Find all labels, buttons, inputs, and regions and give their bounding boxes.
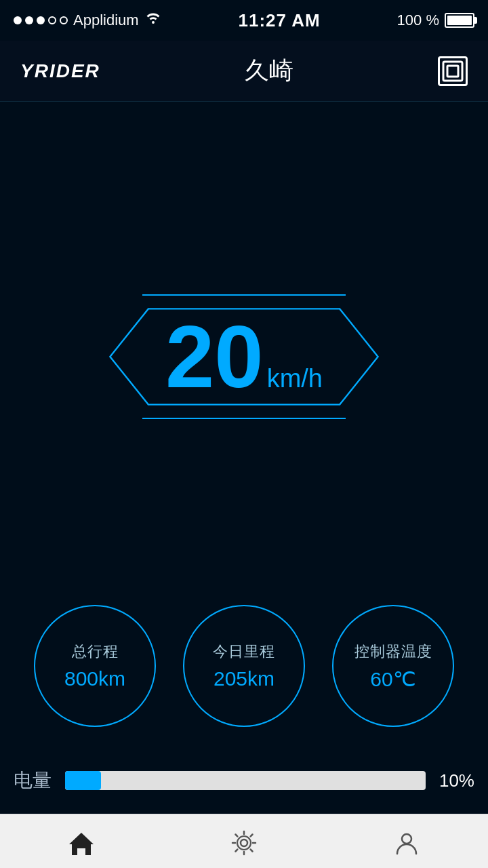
svg-point-6 [402,834,411,844]
speed-bottom-line [142,418,346,419]
fullscreen-button[interactable] [438,56,468,86]
status-time: 11:27 AM [239,10,321,31]
svg-rect-1 [447,66,458,77]
speed-display: 20 km/h [165,313,323,401]
brand-name: 久崎 [245,54,293,87]
signal-dots [14,16,68,24]
signal-dot-4 [48,16,56,24]
nav-item-settings[interactable]: 功能设置 [163,829,325,868]
status-right: 100 % [397,12,474,29]
battery-percent-text: 100 % [397,12,439,29]
stat-circle-total-distance: 总行程 800km [34,605,156,727]
stat-label-0: 总行程 [72,642,119,662]
stat-label-1: 今日里程 [213,642,275,662]
main-content: 20 km/h 总行程 800km 今日里程 205km 控制器温度 60℃ 电… [0,102,488,814]
status-bar: Applidium 11:27 AM 100 % [0,0,488,41]
stat-value-1: 205km [214,667,274,690]
signal-dot-3 [37,16,45,24]
settings-icon [230,829,258,863]
app-header: YRIDER 久崎 [0,41,488,102]
signal-dot-1 [14,16,22,24]
status-left: Applidium [14,12,162,29]
speed-unit: km/h [267,364,323,393]
battery-bar-container [65,771,426,790]
nav-item-home[interactable]: 首页 [0,829,163,868]
stat-value-2: 60℃ [370,667,415,691]
stat-label-2: 控制器温度 [354,642,432,662]
svg-point-4 [241,840,247,846]
battery-fill [447,16,472,25]
battery-label: 电量 [14,768,52,793]
svg-point-5 [237,836,251,850]
hex-wrapper: 20 km/h [102,296,386,418]
stat-circle-temperature: 控制器温度 60℃ [332,605,454,727]
speedometer-section: 20 km/h [102,102,386,585]
battery-percent-display: 10% [439,770,474,791]
svg-marker-3 [69,833,94,855]
svg-rect-0 [443,62,462,81]
wifi-icon [144,12,162,29]
logo: YRIDER [20,60,100,82]
stats-section: 总行程 800km 今日里程 205km 控制器温度 60℃ [34,585,454,754]
speed-container: 20 km/h [102,294,386,419]
speed-value: 20 [165,313,264,401]
battery-box [445,13,474,28]
battery-bar-fill [65,771,101,790]
signal-dot-5 [60,16,68,24]
home-icon [68,829,95,863]
carrier-name: Applidium [73,12,139,29]
signal-dot-2 [25,16,33,24]
battery-indicator [445,13,474,28]
bottom-nav: 首页 功能设置 我的 [0,814,488,868]
battery-section: 电量 10% [14,754,474,814]
profile-icon [393,829,420,863]
stat-circle-today-distance: 今日里程 205km [183,605,305,727]
nav-item-profile[interactable]: 我的 [325,829,488,868]
stat-value-0: 800km [64,667,125,690]
